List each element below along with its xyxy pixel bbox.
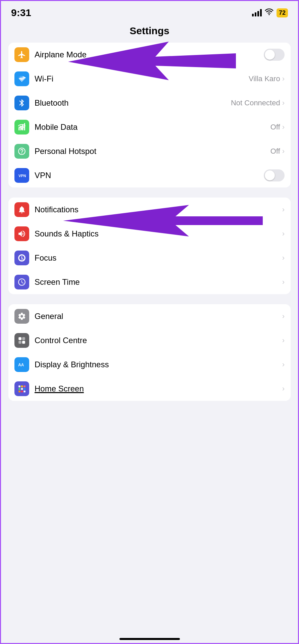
signal-icon <box>252 9 262 16</box>
svg-rect-8 <box>18 341 21 344</box>
general-label: General <box>35 312 282 321</box>
airplane-mode-label: Airplane Mode <box>35 50 264 59</box>
control-centre-chevron: › <box>282 336 285 345</box>
hotspot-value: Off <box>270 147 280 156</box>
hotspot-icon <box>14 144 29 159</box>
screen-time-label: Screen Time <box>35 277 282 287</box>
notifications-chevron: › <box>282 205 285 214</box>
focus-row[interactable]: Focus › <box>8 246 291 270</box>
display-brightness-icon: AA <box>14 357 29 372</box>
home-screen-icon <box>14 381 29 396</box>
vpn-row[interactable]: VPN VPN <box>8 163 291 187</box>
svg-rect-3 <box>24 123 25 130</box>
svg-rect-18 <box>21 390 23 392</box>
hotspot-chevron: › <box>282 147 285 156</box>
svg-rect-19 <box>23 390 25 392</box>
airplane-mode-icon <box>14 47 29 62</box>
hotspot-label: Personal Hotspot <box>35 147 270 156</box>
hotspot-row[interactable]: Personal Hotspot Off › <box>8 139 291 163</box>
bluetooth-chevron: › <box>282 99 285 107</box>
battery-level: 72 <box>279 9 286 16</box>
svg-rect-15 <box>21 388 23 390</box>
general-chevron: › <box>282 312 285 321</box>
battery-indicator: 72 <box>277 8 288 17</box>
general-row[interactable]: General › <box>8 304 291 328</box>
home-screen-chevron: › <box>282 384 285 393</box>
status-bar: 9:31 72 <box>1 1 298 22</box>
page-title: Settings <box>1 22 298 43</box>
screen-time-chevron: › <box>282 278 285 286</box>
wifi-setting-icon <box>14 71 29 86</box>
notifications-icon <box>14 202 29 217</box>
display-brightness-label: Display & Brightness <box>35 360 282 369</box>
bluetooth-row[interactable]: Bluetooth Not Connected › <box>8 91 291 115</box>
mobile-data-chevron: › <box>282 123 285 131</box>
svg-rect-16 <box>23 388 25 390</box>
notifications-row[interactable]: Notifications › <box>8 198 291 222</box>
wifi-label: Wi-Fi <box>35 74 249 84</box>
connectivity-group: Airplane Mode Wi-Fi Villa Karo › Bluetoo… <box>8 43 291 187</box>
svg-rect-1 <box>20 126 21 130</box>
system-group: Notifications › Sounds & Haptics › Focus… <box>8 198 291 294</box>
mobile-data-icon <box>14 120 29 135</box>
svg-rect-17 <box>18 390 20 392</box>
svg-rect-6 <box>18 337 21 340</box>
vpn-icon: VPN <box>14 168 29 183</box>
svg-rect-13 <box>23 385 25 387</box>
svg-rect-9 <box>22 341 25 344</box>
bluetooth-icon <box>14 96 29 110</box>
mobile-data-row[interactable]: Mobile Data Off › <box>8 115 291 139</box>
general-icon <box>14 309 29 324</box>
screen-time-row[interactable]: Screen Time › <box>8 270 291 294</box>
display-brightness-row[interactable]: AA Display & Brightness › <box>8 353 291 377</box>
status-time: 9:31 <box>11 7 31 18</box>
svg-rect-11 <box>18 385 20 387</box>
sounds-row[interactable]: Sounds & Haptics › <box>8 222 291 246</box>
wifi-chevron: › <box>282 74 285 83</box>
mobile-data-label: Mobile Data <box>35 122 270 132</box>
notifications-label: Notifications <box>35 205 282 214</box>
airplane-mode-row[interactable]: Airplane Mode <box>8 43 291 67</box>
sounds-icon <box>14 226 29 241</box>
svg-rect-2 <box>22 124 23 130</box>
bluetooth-value: Not Connected <box>231 99 280 107</box>
display-brightness-chevron: › <box>282 360 285 369</box>
mobile-data-value: Off <box>270 123 280 131</box>
vpn-toggle[interactable] <box>264 169 285 181</box>
sounds-chevron: › <box>282 229 285 238</box>
screen-time-icon <box>14 275 29 289</box>
bluetooth-label: Bluetooth <box>35 98 231 108</box>
focus-label: Focus <box>35 253 282 263</box>
svg-rect-7 <box>22 337 25 340</box>
status-icons: 72 <box>252 8 288 17</box>
home-screen-row[interactable]: Home Screen › <box>8 377 291 401</box>
wifi-row[interactable]: Wi-Fi Villa Karo › <box>8 67 291 91</box>
home-screen-label: Home Screen <box>35 384 282 393</box>
control-centre-icon <box>14 333 29 348</box>
svg-text:AA: AA <box>18 363 24 367</box>
wifi-value: Villa Karo <box>249 74 280 83</box>
control-centre-row[interactable]: Control Centre › <box>8 328 291 353</box>
airplane-mode-toggle[interactable] <box>264 49 285 61</box>
svg-text:VPN: VPN <box>18 174 26 178</box>
display-group: General › Control Centre › AA Display & … <box>8 304 291 401</box>
vpn-label: VPN <box>35 171 264 180</box>
wifi-icon <box>264 8 274 17</box>
focus-chevron: › <box>282 254 285 262</box>
home-indicator <box>119 638 180 640</box>
svg-rect-14 <box>18 388 20 390</box>
svg-rect-0 <box>18 127 19 130</box>
focus-icon <box>14 251 29 265</box>
svg-rect-12 <box>21 385 23 387</box>
control-centre-label: Control Centre <box>35 336 282 345</box>
sounds-label: Sounds & Haptics <box>35 229 282 238</box>
